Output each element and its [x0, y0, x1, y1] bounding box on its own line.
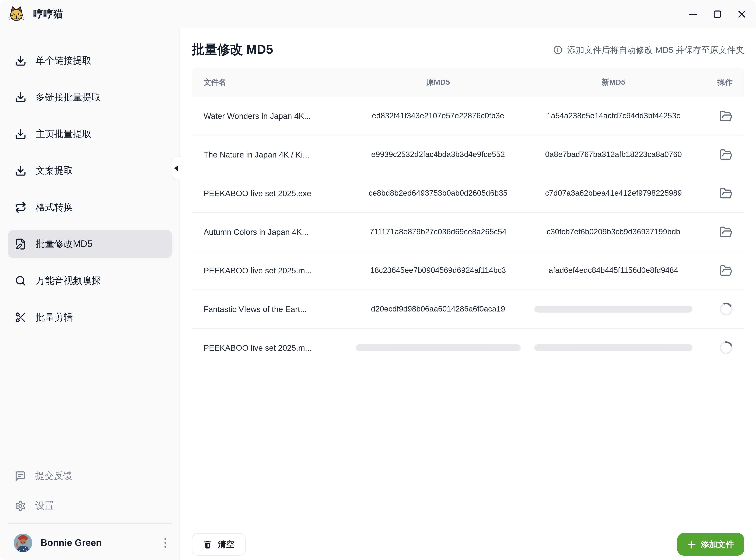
new-md5-cell: afad6ef4edc84b445f1156d0e8fd9484 — [526, 266, 701, 275]
add-files-button[interactable]: 添加文件 — [677, 533, 744, 556]
sidebar-item-single-link-extract[interactable]: 单个链接提取 — [8, 46, 172, 75]
loading-spinner — [717, 339, 735, 357]
old-md5-cell: d20ecdf9d98b06aa6014286a6f0aca19 — [350, 305, 526, 314]
md5-placeholder-bar — [535, 306, 693, 313]
open-folder-button[interactable] — [719, 264, 732, 277]
old-md5-cell: e9939c2532d2fac4bda3b3d4e9fce552 — [350, 150, 526, 159]
table-row: PEEKABOO live set 2025.m... — [192, 329, 744, 367]
md5-table: 文件名 原MD5 新MD5 操作 Water Wonders in Japan … — [192, 68, 744, 367]
old-md5-cell: ed832f41f343e2107e57e22876c0fb3e — [350, 112, 526, 120]
sidebar-item-label: 多链接批量提取 — [36, 91, 101, 104]
old-md5-cell: 711171a8e879b27c036d69ce8a265c54 — [350, 227, 526, 236]
new-md5-cell: 1a54a238e5e14acfd7c94dd3bf44253c — [526, 112, 701, 120]
sidebar-item-homepage-batch-extract[interactable]: 主页批量提取 — [8, 120, 172, 148]
open-folder-button[interactable] — [719, 186, 732, 200]
file-pen-icon — [15, 238, 26, 250]
table-row: Fantastic VIews of the Eart... d20ecdf9d… — [192, 290, 744, 329]
folder-open-icon — [719, 264, 732, 277]
old-md5-cell: ce8bd8b2ed6493753b0ab0d2605d6b35 — [350, 189, 526, 198]
trash-icon — [203, 540, 212, 549]
filename-cell: The Nature in Japan 4K / Ki... — [203, 150, 350, 159]
sidebar: 单个链接提取 多链接批量提取 主页批量提取 文案提取 格式转换 — [0, 28, 180, 560]
folder-open-icon — [719, 109, 732, 122]
download-icon — [15, 128, 26, 140]
sidebar-item-label: 万能音视频嗅探 — [36, 274, 101, 287]
col-header-new-md5: 新MD5 — [526, 77, 701, 88]
download-icon — [15, 55, 26, 66]
col-header-actions: 操作 — [701, 77, 733, 88]
old-md5-cell — [350, 344, 526, 351]
sidebar-item-feedback[interactable]: 提交反馈 — [8, 464, 172, 488]
sidebar-item-batch-clip[interactable]: 批量剪辑 — [8, 303, 172, 332]
info-notice: 添加文件后将自动修改 MD5 并保存至原文件夹 — [553, 44, 744, 56]
user-row: Bonnie Green — [8, 531, 172, 555]
chevron-left-icon — [174, 165, 178, 171]
table-row: PEEKABOO live set 2025.exe ce8bd8b2ed649… — [192, 174, 744, 213]
sidebar-item-format-convert[interactable]: 格式转换 — [8, 193, 172, 222]
clear-button-label: 清空 — [218, 539, 234, 550]
sidebar-item-batch-modify-md5[interactable]: 批量修改MD5 — [8, 230, 172, 258]
clear-button[interactable]: 清空 — [192, 533, 246, 556]
scissors-icon — [15, 312, 26, 323]
user-menu-button[interactable] — [160, 536, 170, 550]
collapse-sidebar-handle[interactable] — [172, 157, 181, 180]
cat-icon — [8, 5, 25, 23]
main-content: 批量修改 MD5 添加文件后将自动修改 MD5 并保存至原文件夹 文件名 原MD… — [180, 28, 756, 560]
gear-icon — [15, 500, 26, 511]
convert-icon — [15, 201, 26, 213]
info-icon — [553, 45, 563, 55]
close-icon — [737, 9, 746, 18]
new-md5-cell: c7d07a3a62bbea41e412ef9798225989 — [526, 189, 701, 198]
filename-cell: Autumn Colors in Japan 4K... — [203, 227, 350, 236]
table-row: PEEKABOO live set 2025.m... 18c23645ee7b… — [192, 252, 744, 290]
info-notice-text: 添加文件后将自动修改 MD5 并保存至原文件夹 — [568, 44, 744, 56]
window-titlebar: 哼哼猫 — [0, 0, 756, 28]
search-icon — [15, 275, 26, 287]
table-header: 文件名 原MD5 新MD5 操作 — [192, 68, 744, 97]
minimize-button[interactable] — [688, 8, 698, 19]
maximize-icon — [713, 9, 722, 18]
close-button[interactable] — [736, 8, 747, 19]
sidebar-item-label: 文案提取 — [36, 164, 73, 177]
folder-open-icon — [719, 148, 732, 161]
sidebar-item-multi-link-batch-extract[interactable]: 多链接批量提取 — [8, 83, 172, 112]
sidebar-item-label: 提交反馈 — [35, 469, 73, 482]
old-md5-cell: 18c23645ee7b0904569d6924af114bc3 — [350, 266, 526, 275]
table-row: Water Wonders in Japan 4K... ed832f41f34… — [192, 97, 744, 136]
filename-cell: Water Wonders in Japan 4K... — [203, 111, 350, 121]
md5-placeholder-bar — [535, 344, 693, 351]
sidebar-item-av-sniffer[interactable]: 万能音视频嗅探 — [8, 266, 172, 295]
minimize-icon — [689, 9, 697, 18]
open-folder-button[interactable] — [719, 148, 732, 161]
folder-open-icon — [719, 186, 732, 200]
table-row: The Nature in Japan 4K / Ki... e9939c253… — [192, 136, 744, 174]
kebab-menu-icon — [164, 538, 166, 540]
col-header-filename: 文件名 — [203, 77, 350, 88]
maximize-button[interactable] — [712, 8, 723, 19]
action-bar: 清空 添加文件 — [192, 533, 744, 560]
app-window: 哼哼猫 单个链接提取 — [0, 0, 756, 560]
sidebar-item-copywriting-extract[interactable]: 文案提取 — [8, 157, 172, 185]
download-icon — [15, 92, 26, 103]
folder-open-icon — [719, 225, 732, 238]
user-name: Bonnie Green — [41, 537, 152, 548]
new-md5-cell: 0a8e7bad767ba312afb18223ca8a0760 — [526, 150, 701, 159]
sidebar-item-settings[interactable]: 设置 — [8, 494, 172, 518]
plus-icon — [688, 540, 696, 548]
md5-placeholder-bar — [356, 344, 520, 351]
open-folder-button[interactable] — [719, 225, 732, 238]
sidebar-item-label: 单个链接提取 — [36, 54, 92, 67]
new-md5-cell — [526, 306, 701, 313]
sidebar-item-label: 批量修改MD5 — [36, 238, 93, 251]
page-title: 批量修改 MD5 — [192, 41, 273, 58]
download-icon — [15, 165, 26, 177]
avatar — [14, 534, 32, 552]
filename-cell: PEEKABOO live set 2025.m... — [203, 343, 350, 353]
app-title: 哼哼猫 — [33, 7, 63, 20]
loading-spinner — [718, 301, 734, 317]
filename-cell: Fantastic VIews of the Eart... — [203, 304, 350, 314]
table-row: Autumn Colors in Japan 4K... 711171a8e87… — [192, 213, 744, 252]
open-folder-button[interactable] — [719, 109, 732, 122]
sidebar-item-label: 格式转换 — [36, 201, 73, 214]
sidebar-divider — [8, 523, 172, 524]
